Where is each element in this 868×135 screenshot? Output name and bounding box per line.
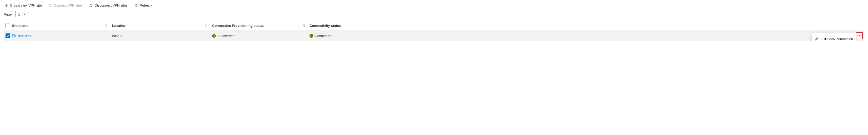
vpn-site-icon	[12, 34, 16, 38]
disconnect-label: Disconnect VPN sites	[95, 3, 128, 7]
column-label: Connectivity status	[310, 24, 341, 28]
svg-point-2	[859, 36, 860, 36]
connect-vpn-sites-button[interactable]: Connect VPN sites	[48, 3, 83, 8]
table-header: Site name Location Connection Provisioni…	[4, 21, 864, 30]
column-header-connectivity-status[interactable]: Connectivity status	[310, 24, 404, 28]
row-context-menu: Edit VPN connection to this hub Delete V…	[812, 33, 857, 41]
table-row[interactable]: TestSite1 eastus Succeeded Connected	[4, 30, 864, 41]
svg-rect-0	[12, 34, 14, 37]
location-value: eastus	[112, 34, 122, 38]
site-link[interactable]: TestSite1	[12, 34, 31, 38]
menu-label: Edit VPN connection to this hub	[822, 37, 853, 41]
success-icon	[212, 34, 216, 38]
connect-icon	[48, 3, 52, 7]
column-header-provisioning-status[interactable]: Connection Provisioning status	[212, 24, 310, 28]
sort-icon	[397, 24, 404, 27]
connectivity-status: Connected	[310, 34, 331, 38]
refresh-button[interactable]: Refresh	[133, 3, 152, 8]
page-label: Page:	[4, 12, 12, 16]
create-label: Create new VPN site	[10, 3, 42, 7]
create-vpn-site-button[interactable]: Create new VPN site	[4, 3, 42, 8]
refresh-icon	[134, 3, 138, 7]
select-all-checkbox[interactable]	[5, 23, 10, 28]
column-label: Location	[112, 24, 126, 28]
sort-icon	[205, 24, 212, 27]
column-label: Site name	[12, 24, 28, 28]
svg-point-1	[858, 36, 858, 36]
refresh-label: Refresh	[140, 3, 152, 7]
success-icon	[310, 34, 313, 38]
command-bar: Create new VPN site Connect VPN sites Di…	[0, 0, 868, 9]
plus-icon	[4, 3, 8, 7]
menu-item-edit-vpn-connection[interactable]: Edit VPN connection to this hub	[812, 35, 857, 41]
column-header-site-name[interactable]: Site name	[12, 24, 112, 28]
connectivity-status-text: Connected	[315, 34, 331, 38]
edit-icon	[815, 37, 819, 41]
sort-icon	[302, 24, 310, 27]
column-label: Connection Provisioning status	[212, 24, 264, 28]
row-more-actions-button[interactable]	[856, 32, 863, 39]
pager: Page: 1	[0, 9, 868, 21]
provisioning-status-text: Succeeded	[217, 34, 235, 38]
provisioning-status: Succeeded	[212, 34, 235, 38]
disconnect-icon	[89, 3, 93, 7]
ellipsis-icon	[857, 35, 861, 36]
disconnect-vpn-sites-button[interactable]: Disconnect VPN sites	[88, 3, 128, 8]
svg-point-3	[861, 36, 861, 36]
chevron-down-icon	[23, 12, 26, 16]
page-select[interactable]: 1	[15, 11, 27, 18]
page-current: 1	[18, 12, 20, 16]
site-name: TestSite1	[18, 34, 31, 38]
row-checkbox[interactable]	[5, 33, 10, 38]
vpn-sites-table: Site name Location Connection Provisioni…	[0, 21, 868, 41]
column-header-location[interactable]: Location	[112, 24, 212, 28]
sort-icon	[105, 24, 112, 27]
connect-label: Connect VPN sites	[54, 3, 83, 7]
